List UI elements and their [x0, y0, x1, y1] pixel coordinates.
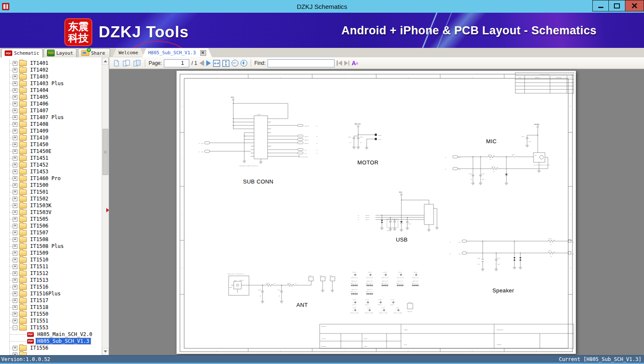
tab-schematic[interactable]: PDF Schematic — [1, 48, 43, 58]
expand-icon[interactable]: + — [13, 142, 17, 147]
tree-item-folder[interactable]: +IT1410 — [0, 134, 100, 141]
expand-icon[interactable]: + — [13, 285, 17, 289]
tree-item-folder[interactable]: +IT1516Plus — [0, 290, 100, 297]
tree-item-label[interactable]: IT1556 — [29, 345, 50, 351]
continuous-pages-icon[interactable] — [133, 59, 141, 67]
expand-icon[interactable]: + — [13, 298, 17, 303]
find-next-icon[interactable] — [344, 61, 350, 66]
tree-item-label[interactable]: IT1401 — [29, 60, 50, 66]
tree-item-folder[interactable]: +IT1550 — [0, 311, 100, 317]
expand-icon[interactable]: + — [13, 217, 17, 222]
tree-item-label[interactable]: IT1511 — [29, 264, 50, 270]
tree-item-label[interactable]: IT1551 — [29, 318, 50, 324]
tree-item-label[interactable]: IT1509 — [29, 250, 50, 256]
expand-icon[interactable]: + — [13, 108, 17, 113]
next-page-icon[interactable] — [206, 60, 211, 66]
expand-icon[interactable]: + — [13, 149, 17, 154]
tree-item-label[interactable]: IT1503K — [29, 203, 53, 208]
find-previous-icon[interactable] — [337, 61, 342, 66]
tree-item-label[interactable]: IT1512 — [29, 270, 50, 276]
expand-icon[interactable]: + — [13, 305, 17, 310]
tree-item-folder[interactable]: +IT1403 — [0, 73, 100, 80]
tree-item-label[interactable]: IT1516Plus — [29, 291, 62, 297]
expand-icon[interactable]: + — [13, 346, 17, 350]
tree-item-label[interactable]: IT1518 — [29, 304, 50, 310]
tree-item-label[interactable]: H805_Sub_SCH_V1.3 — [36, 338, 91, 344]
expand-icon[interactable]: + — [13, 190, 17, 195]
expand-icon[interactable]: + — [13, 224, 17, 228]
tree-item-folder[interactable]: +IT1508 Plus — [0, 243, 100, 250]
expand-icon[interactable]: + — [13, 156, 17, 161]
tree-item-pdf[interactable]: PDFH805_Sub_SCH_V1.3 — [0, 338, 100, 345]
tree-item-folder[interactable]: +IT1506 — [0, 222, 100, 229]
tree-item-label[interactable]: IT1513 — [29, 277, 50, 283]
expand-icon[interactable]: + — [13, 292, 17, 296]
match-case-icon[interactable]: Aa — [351, 60, 358, 66]
tree-item-folder[interactable]: +IT1509 — [0, 250, 100, 256]
tree-item-label[interactable]: IT1516 — [29, 284, 50, 290]
scrollbar-thumb[interactable] — [102, 129, 108, 175]
tab-layout[interactable]: PADS Layout — [44, 48, 77, 57]
expand-icon[interactable]: + — [13, 122, 17, 127]
pdf-viewport[interactable]: 665544332211EEDDCCBBAA REVISION RECORD L… — [109, 69, 644, 355]
tree-item-folder[interactable]: +IT1517 — [0, 297, 100, 304]
tree-item-folder[interactable]: +IT1503K — [0, 202, 100, 209]
expand-icon[interactable]: + — [13, 115, 17, 120]
tree-item-label[interactable]: IT1502 — [29, 196, 50, 202]
expand-icon[interactable]: + — [13, 61, 17, 66]
tree-item-folder[interactable]: +IT1460 Pro — [0, 175, 100, 182]
zoom-out-icon[interactable] — [232, 60, 238, 67]
expand-icon[interactable]: + — [13, 197, 17, 201]
tree-item-label[interactable]: IT1407 Plus — [29, 114, 65, 120]
facing-pages-icon[interactable] — [122, 59, 131, 67]
tree-item-folder[interactable]: +IT1556 — [0, 345, 100, 351]
tree-item-label[interactable]: IT1452 — [29, 162, 50, 168]
tree-item-folder[interactable]: +IT1409 — [0, 128, 100, 134]
tree-item-label[interactable]: IT1410 — [29, 135, 50, 141]
tree-item-folder[interactable]: +IT1511 — [0, 263, 100, 270]
expand-icon[interactable]: + — [13, 237, 17, 242]
tree-item-label[interactable]: IT1507 — [29, 230, 50, 236]
close-tab-icon[interactable] — [200, 50, 206, 56]
expand-icon[interactable]: + — [13, 81, 17, 86]
tree-item-label[interactable]: IT1460 Pro — [29, 175, 62, 181]
single-page-icon[interactable] — [113, 59, 120, 67]
expand-icon[interactable]: + — [13, 163, 17, 167]
tree-item-label[interactable]: IT1508 — [29, 236, 50, 242]
expand-icon[interactable]: + — [13, 176, 17, 181]
expand-icon[interactable]: + — [13, 258, 17, 262]
tree-item-folder[interactable]: +IT1510 — [0, 256, 100, 263]
expand-icon[interactable]: + — [13, 129, 17, 133]
tree-item-label[interactable]: IT1408 — [29, 121, 50, 127]
close-button[interactable] — [625, 0, 644, 11]
tree-item-folder[interactable]: +IT1502 — [0, 195, 100, 202]
expand-icon[interactable]: + — [13, 136, 17, 140]
expand-icon[interactable]: + — [13, 312, 17, 317]
tree-item-folder[interactable]: +IT1407 — [0, 107, 100, 114]
tree-item-label[interactable]: IT1405 — [29, 94, 50, 100]
tree-item-label[interactable]: IT1453 — [29, 169, 50, 175]
minimize-button[interactable] — [592, 0, 609, 11]
collapse-icon[interactable]: - — [13, 325, 17, 330]
tree-item-folder[interactable]: +IT1551 — [0, 317, 100, 324]
expand-icon[interactable]: + — [13, 75, 17, 79]
tree-item-label[interactable]: IT1403 Plus — [29, 81, 65, 86]
tree-item-label[interactable]: IT1501 — [29, 189, 50, 195]
tree-item-label[interactable]: IT1505 — [29, 216, 50, 222]
expand-icon[interactable]: + — [13, 244, 17, 249]
tree-item-folder[interactable]: +IT1452 — [0, 161, 100, 168]
expand-icon[interactable]: + — [13, 251, 17, 256]
tree-item-label[interactable]: IT1500 — [29, 182, 50, 188]
tree-item-folder[interactable]: +IT1450 — [0, 141, 100, 148]
tree-item-folder[interactable]: +IT1513 — [0, 277, 100, 283]
tree-item-folder[interactable]: +IT1518 — [0, 304, 100, 311]
tree-item-label[interactable]: IT1403 — [29, 74, 50, 80]
scroll-up-button[interactable] — [102, 58, 109, 65]
expand-icon[interactable]: + — [13, 231, 17, 235]
expand-icon[interactable]: + — [13, 319, 17, 323]
tree-item-label[interactable]: IT1553 — [29, 325, 50, 331]
tree-item-label[interactable]: IT1506 — [29, 223, 50, 229]
tree-item-label[interactable]: IT1503V — [29, 209, 53, 215]
expand-icon[interactable]: + — [13, 271, 17, 276]
tree-item-folder[interactable]: +IT1404 — [0, 87, 100, 94]
